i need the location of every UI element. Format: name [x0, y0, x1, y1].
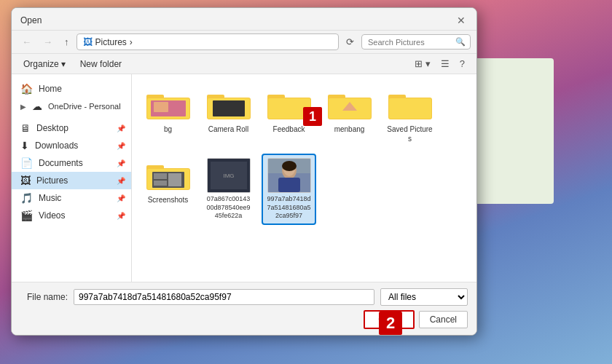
image-2-thumb	[267, 158, 311, 193]
folder-screenshots[interactable]: Screenshots	[141, 154, 195, 225]
sidebar-item-downloads[interactable]: ⬇ Downloads 📌	[12, 137, 131, 154]
step1-badge: 1	[303, 107, 322, 126]
sidebar-item-videos[interactable]: 🎬 Videos 📌	[12, 207, 131, 224]
sidebar-label-desktop: Desktop	[36, 123, 68, 133]
folder-camera-roll-label: Camera Roll	[208, 124, 249, 134]
sidebar-label-music: Music	[39, 193, 61, 203]
svg-rect-24	[154, 181, 167, 186]
sidebar-label-home: Home	[39, 84, 62, 94]
image-1-label: 07a867c0014300d878540ee945fe622a	[205, 195, 251, 221]
file-grid: bg Camera Roll	[132, 74, 476, 282]
filename-label: File name:	[20, 292, 68, 302]
footer-buttons: Open Cancel 2	[20, 310, 468, 329]
refresh-button[interactable]: ⟳	[342, 33, 358, 50]
videos-icon: 🎬	[20, 210, 33, 221]
sidebar-item-desktop[interactable]: 🖥 Desktop 📌	[12, 119, 131, 137]
folder-saved-pictures-icon	[388, 87, 432, 122]
sidebar-item-pictures[interactable]: 🖼 Pictures 📌	[12, 172, 131, 189]
pin-icon-music: 📌	[117, 194, 125, 202]
pictures-icon: 🖼	[20, 175, 31, 186]
filename-row: File name: All files	[20, 288, 468, 306]
svg-rect-8	[213, 100, 245, 116]
sidebar-label-onedrive: OneDrive - Personal	[48, 102, 121, 111]
filetype-select[interactable]: All files	[380, 288, 468, 306]
list-icon-button[interactable]: ☰	[438, 57, 452, 71]
svg-rect-32	[278, 178, 300, 192]
downloads-icon: ⬇	[20, 140, 29, 151]
folder-feedback[interactable]: 1 Feedback	[262, 83, 316, 148]
folder-screenshots-label: Screenshots	[148, 195, 189, 205]
folder-bg[interactable]: bg	[141, 83, 195, 148]
dialog-footer: File name: All files Open Cancel 2	[12, 282, 476, 335]
back-button[interactable]: ←	[17, 33, 36, 50]
breadcrumb-path: Pictures	[95, 37, 127, 47]
image-1[interactable]: IMG 07a867c0014300d878540ee945fe622a	[201, 154, 256, 225]
toolbar: Organize ▾ New folder ⊞ ▾ ☰ ?	[12, 54, 476, 74]
home-icon: 🏠	[20, 83, 33, 95]
folder-menbang-label: menbang	[334, 124, 365, 134]
music-icon: 🎵	[20, 192, 33, 204]
dialog-title: Open	[20, 15, 42, 25]
svg-rect-4	[154, 102, 168, 112]
folder-screenshots-icon	[146, 158, 190, 193]
breadcrumb-separator: ›	[130, 37, 133, 47]
new-folder-label: New folder	[80, 59, 122, 69]
folder-bg-icon	[146, 87, 190, 122]
step2-badge: 2	[379, 312, 402, 335]
folder-saved-pictures[interactable]: Saved Pictures	[382, 83, 437, 148]
search-bar: 🔍	[361, 34, 471, 50]
folder-camera-roll[interactable]: Camera Roll	[201, 83, 256, 148]
sidebar-item-home[interactable]: 🏠 Home	[12, 80, 131, 98]
breadcrumb-folder-icon: 🖼	[83, 36, 93, 47]
documents-icon: 📄	[20, 157, 33, 169]
up-button[interactable]: ↑	[60, 33, 74, 50]
folder-menbang[interactable]: menbang	[322, 83, 377, 148]
new-folder-button[interactable]: New folder	[77, 58, 125, 71]
sidebar-label-videos: Videos	[39, 210, 65, 221]
image-2[interactable]: 997a7ab7418d7a51481680a52ca95f97	[262, 154, 316, 225]
filename-input[interactable]	[74, 289, 374, 305]
toolbar-right: ⊞ ▾ ☰ ?	[412, 57, 468, 71]
folder-bg-label: bg	[164, 124, 172, 134]
sidebar: 🏠 Home ▶ ☁ OneDrive - Personal 🖥 Desktop…	[12, 74, 132, 282]
nav-bar: ← → ↑ 🖼 Pictures › ⟳ 🔍	[12, 31, 476, 54]
view-icon-button[interactable]: ⊞ ▾	[412, 57, 434, 71]
folder-saved-pictures-label: Saved Pictures	[387, 124, 433, 143]
svg-rect-23	[154, 173, 167, 179]
svg-rect-25	[168, 173, 181, 186]
sidebar-item-onedrive[interactable]: ▶ ☁ OneDrive - Personal	[12, 98, 131, 115]
content-area: 🏠 Home ▶ ☁ OneDrive - Personal 🖥 Desktop…	[12, 74, 476, 282]
search-icon: 🔍	[455, 37, 466, 47]
sidebar-label-pictures: Pictures	[36, 175, 68, 186]
svg-text:IMG: IMG	[223, 173, 234, 179]
pin-icon-desktop: 📌	[117, 124, 125, 132]
close-button[interactable]: ✕	[455, 14, 468, 27]
step1-number: 1	[309, 109, 316, 124]
image-2-label: 997a7ab7418d7a51481680a52ca95f97	[266, 195, 312, 221]
onedrive-icon: ☁	[32, 100, 42, 112]
breadcrumb[interactable]: 🖼 Pictures ›	[76, 33, 340, 50]
search-input[interactable]	[368, 38, 455, 47]
sidebar-item-documents[interactable]: 📄 Documents 📌	[12, 154, 131, 172]
desktop-icon: 🖥	[20, 122, 31, 134]
pin-icon-documents: 📌	[117, 159, 125, 167]
svg-point-34	[282, 161, 297, 171]
forward-button[interactable]: →	[39, 33, 57, 50]
expand-icon-onedrive: ▶	[20, 103, 26, 111]
svg-rect-18	[389, 98, 431, 119]
organize-button[interactable]: Organize ▾	[20, 58, 68, 71]
help-button[interactable]: ?	[457, 57, 468, 71]
sidebar-label-downloads: Downloads	[35, 141, 78, 151]
image-1-thumb: IMG	[207, 158, 251, 193]
sidebar-label-documents: Documents	[39, 158, 83, 168]
cancel-button[interactable]: Cancel	[419, 311, 468, 328]
organize-chevron: ▾	[61, 59, 66, 69]
folder-feedback-label: Feedback	[273, 124, 305, 134]
sidebar-item-music[interactable]: 🎵 Music 📌	[12, 189, 131, 207]
folder-camera-roll-icon	[207, 87, 251, 122]
organize-label: Organize	[23, 59, 59, 69]
pin-icon-downloads: 📌	[117, 142, 125, 150]
pin-icon-videos: 📌	[117, 212, 125, 220]
step2-number: 2	[386, 314, 395, 333]
open-dialog: Open ✕ ← → ↑ 🖼 Pictures › ⟳ 🔍 Organize ▾…	[11, 7, 477, 336]
